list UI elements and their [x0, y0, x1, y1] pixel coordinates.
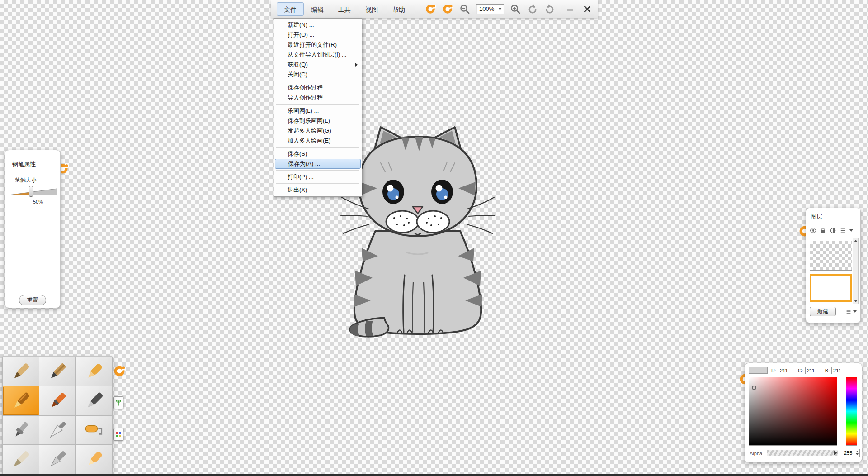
minimize-button[interactable] [564, 3, 576, 15]
scroll-down-icon[interactable] [854, 300, 858, 302]
hue-slider[interactable] [846, 377, 857, 446]
menu-items: 文件 编辑 工具 视图 帮助 [271, 0, 412, 18]
undo-icon [527, 4, 538, 14]
menu-help[interactable]: 帮助 [385, 2, 412, 16]
menu-item-lehua-web[interactable]: 乐画网(L) ... [274, 106, 362, 116]
tool-fountain-pen[interactable] [3, 386, 39, 415]
menu-item-start-collab[interactable]: 发起多人绘画(G) [274, 126, 362, 136]
slider-thumb[interactable] [29, 186, 33, 197]
new-layer-button[interactable]: 新建 [810, 307, 836, 316]
pen-properties-panel: 钢笔属性 笔触大小 50% 重置 [5, 150, 61, 308]
canvas[interactable]: { "colors": { "accent_orange": "#f59a23"… [0, 0, 868, 476]
menu-item-import-to-layer[interactable]: 从文件导入到图层(I) ... [274, 50, 362, 60]
redo-icon [544, 4, 555, 14]
alpha-slider-marker[interactable] [834, 451, 837, 455]
zoom-in-icon [510, 4, 521, 14]
blade-knife-icon [46, 447, 69, 471]
zoom-level-select[interactable]: 100% [476, 4, 504, 14]
menu-edit[interactable]: 编辑 [304, 2, 331, 16]
menu-item-acquire[interactable]: 获取(Q) [274, 60, 362, 70]
menu-item-save-as[interactable]: 保存为(A) ... [275, 159, 361, 169]
tool-blade-knife[interactable] [39, 445, 75, 474]
crayon-icon [82, 360, 106, 383]
layer-thumbnail-selected[interactable] [810, 274, 852, 302]
current-color-swatch [749, 367, 768, 374]
zoom-out-button[interactable] [459, 3, 471, 15]
layers-options-button[interactable] [845, 309, 857, 315]
menu-item-new[interactable]: 新建(N) ... [274, 20, 362, 30]
fountain-pen-icon [9, 389, 33, 413]
cat-drawing [340, 125, 496, 340]
undo-button[interactable] [527, 3, 538, 15]
menu-item-close-file[interactable]: 关闭(C) [274, 70, 362, 80]
menu-item-import-process[interactable]: 导入创作过程 [274, 93, 362, 103]
alpha-slider[interactable] [767, 450, 838, 456]
tool-calligraphy-pen[interactable] [76, 386, 112, 415]
brush-size-value: 50% [33, 199, 43, 205]
spinner-down-icon[interactable] [856, 453, 859, 455]
color-picker-marker[interactable] [752, 386, 756, 390]
minimize-icon [566, 5, 575, 14]
menu-view[interactable]: 视图 [358, 2, 385, 16]
layer-menu-icon[interactable] [840, 227, 846, 234]
texture-button[interactable] [113, 396, 123, 409]
tool-chisel-pen[interactable] [3, 445, 39, 474]
zoom-in-button[interactable] [509, 3, 521, 15]
share-logo-icon [442, 4, 453, 14]
airbrush-icon [9, 418, 33, 442]
menu-file[interactable]: 文件 [277, 2, 304, 16]
tool-pastel-stick[interactable] [76, 445, 112, 474]
brush-size-slider[interactable] [9, 187, 57, 197]
file-menu-dropdown: 新建(N) ... 打开(O) ... 最近打开的文件(R) 从文件导入到图层(… [274, 18, 362, 197]
tool-side-strip [113, 396, 123, 441]
menu-item-save[interactable]: 保存(S) [274, 149, 362, 159]
menu-item-exit[interactable]: 退出(X) [274, 185, 362, 195]
close-button[interactable] [581, 3, 593, 15]
chevron-down-icon[interactable] [849, 229, 853, 232]
zoom-level-value: 100% [479, 5, 494, 12]
menu-item-join-collab[interactable]: 加入多人绘画(E) [274, 136, 362, 146]
color-grid-button[interactable] [113, 428, 123, 441]
chevron-down-icon [498, 8, 502, 10]
tool-palette-knife[interactable] [39, 416, 75, 445]
slider-track [9, 187, 57, 196]
menu-item-open[interactable]: 打开(O) ... [274, 30, 362, 40]
spinner-up-icon[interactable] [856, 451, 859, 452]
pencil-icon [46, 360, 69, 383]
menu-tools[interactable]: 工具 [331, 2, 358, 16]
layer-thumbnail-transparent[interactable] [810, 241, 852, 271]
color-panel: R: G: B: Alpha [745, 363, 862, 462]
menu-item-print[interactable]: 打印(P) ... [274, 172, 362, 182]
contrast-icon[interactable] [830, 227, 836, 234]
tool-crayon[interactable] [76, 357, 112, 386]
screen-bottom-edge [0, 474, 868, 476]
r-input[interactable] [778, 367, 796, 374]
menu-item-save-to-lehua[interactable]: 保存到乐画网(L) [274, 116, 362, 126]
tool-pencil[interactable] [39, 357, 75, 386]
menu-item-recent-files[interactable]: 最近打开的文件(R) [274, 40, 362, 50]
alpha-label: Alpha [750, 451, 762, 456]
app-logo-button[interactable] [425, 3, 436, 15]
menu-bar: 文件 编辑 工具 视图 帮助 100% [271, 0, 598, 18]
layers-scrollbar[interactable] [853, 238, 859, 304]
opacity-link-icon[interactable] [810, 227, 816, 234]
app-logo-icon [425, 4, 436, 14]
tool-taper-pen[interactable] [3, 357, 39, 386]
tool-airbrush[interactable] [3, 416, 39, 445]
tool-paint-roller[interactable] [76, 416, 112, 445]
share-logo-button[interactable] [442, 3, 453, 15]
tool-palette-handle[interactable] [113, 365, 126, 377]
layers-panel: 图层 新建 [806, 208, 861, 323]
b-input[interactable] [831, 367, 849, 374]
saturation-value-picker[interactable] [749, 377, 837, 446]
lock-icon[interactable] [820, 227, 826, 234]
reset-button[interactable]: 重置 [19, 295, 46, 305]
g-input[interactable] [805, 367, 823, 374]
menu-separator [276, 183, 359, 184]
alpha-input[interactable] [843, 450, 854, 456]
redo-button[interactable] [544, 3, 556, 15]
brush-size-label: 笔触大小 [15, 176, 37, 184]
tool-marker-brush[interactable] [39, 386, 75, 415]
scroll-up-icon[interactable] [854, 240, 858, 242]
menu-item-save-process[interactable]: 保存创作过程 [274, 83, 362, 93]
